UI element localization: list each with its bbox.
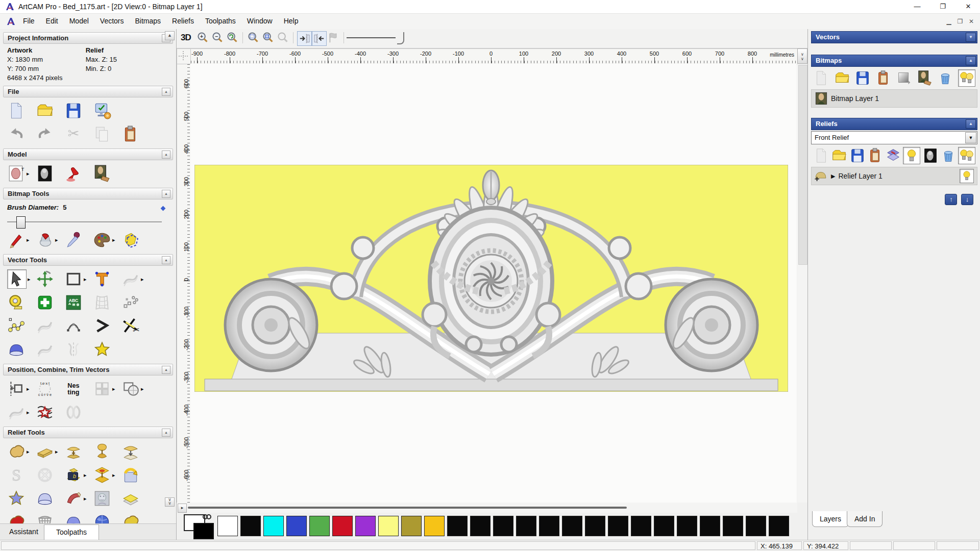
tab-add-in[interactable]: Add In — [847, 511, 883, 527]
distort-vectors-icon[interactable] — [36, 403, 54, 421]
zoom-out-button[interactable]: − — [211, 31, 225, 45]
create-plane-icon[interactable] — [36, 442, 54, 461]
palette-swatch[interactable] — [677, 516, 697, 536]
menu-edit[interactable]: Edit — [40, 14, 64, 29]
join-vectors-icon[interactable] — [7, 403, 26, 421]
bitmap-to-vector-icon[interactable] — [121, 231, 140, 249]
mdi-close-button[interactable]: ✕ — [966, 16, 977, 27]
section-vector-tools[interactable]: Vector Tools ▲ — [3, 254, 173, 266]
collapse-icon[interactable]: ▲ — [966, 56, 976, 65]
zoom-previous-button[interactable] — [226, 31, 239, 45]
set-model-size-icon[interactable]: T — [7, 164, 26, 183]
rollup-icon[interactable]: ▲ — [162, 88, 170, 96]
expand-arrow-icon[interactable]: ▶ — [831, 173, 835, 180]
model-options-icon[interactable] — [93, 102, 111, 120]
zoom-rectangle-button[interactable] — [247, 31, 260, 45]
toggle-all-reliefs-icon[interactable] — [958, 147, 975, 164]
emboss-relief-icon[interactable] — [93, 489, 111, 508]
rollup-icon[interactable]: ▲ — [162, 190, 170, 198]
rollup-icon[interactable]: ▲ — [162, 256, 170, 264]
texture-relief-icon[interactable] — [7, 489, 26, 508]
create-text-icon[interactable] — [93, 270, 111, 288]
save-model-icon[interactable] — [64, 102, 83, 120]
insert-node-icon[interactable] — [93, 317, 111, 335]
palette-swatch[interactable] — [447, 516, 468, 536]
nesting-icon[interactable]: Nesting — [64, 380, 83, 398]
tab-assistant[interactable]: Assistant — [2, 524, 45, 539]
copy-icon[interactable] — [93, 125, 111, 143]
mirror-vectors-icon[interactable] — [64, 340, 83, 359]
collapse-icon[interactable]: ▼ — [966, 33, 976, 42]
delete-relief-layer-icon[interactable] — [940, 147, 957, 164]
relief-from-image-icon[interactable]: b — [64, 466, 83, 484]
palette-swatch[interactable] — [539, 516, 559, 536]
flyout-arrow-icon[interactable]: ▸ — [55, 448, 60, 455]
wrap-relief-icon[interactable] — [121, 466, 140, 484]
close-button[interactable]: ✕ — [957, 0, 980, 13]
minimize-button[interactable]: — — [905, 0, 929, 13]
palette-swatch[interactable] — [562, 516, 582, 536]
palette-swatch[interactable] — [723, 516, 743, 536]
load-image-icon[interactable] — [93, 164, 111, 183]
flyout-arrow-icon[interactable]: ▸ — [84, 276, 89, 283]
transform-vectors-icon[interactable] — [36, 270, 54, 288]
greyscale-layer-icon[interactable] — [896, 70, 912, 86]
snap-toggle-right-button[interactable] — [312, 31, 327, 46]
vertical-scrollbar[interactable] — [797, 64, 807, 503]
mdi-restore-button[interactable]: ❐ — [954, 16, 966, 27]
section-model[interactable]: Model ▲ — [3, 148, 173, 160]
text-block-icon[interactable]: ABC — [64, 293, 83, 312]
offset-relief-icon[interactable] — [93, 466, 111, 484]
restore-button[interactable]: ❐ — [931, 0, 954, 13]
flyout-arrow-icon[interactable]: ▸ — [112, 386, 117, 392]
palette-swatch[interactable] — [263, 516, 284, 536]
vector-doctor-icon[interactable] — [36, 293, 54, 312]
palette-swatch[interactable] — [654, 516, 674, 536]
horizontal-scrollbar[interactable]: ▸ — [177, 503, 797, 513]
slider-thumb[interactable] — [16, 216, 26, 229]
menu-file[interactable]: File — [17, 14, 40, 29]
layer-from-image-icon[interactable] — [917, 70, 933, 86]
weld-vectors-icon[interactable] — [121, 380, 140, 398]
paint-tool-icon[interactable] — [7, 231, 26, 249]
fit-curve-icon[interactable] — [36, 340, 54, 359]
palette-swatch[interactable] — [286, 516, 307, 536]
palette-swatch[interactable] — [217, 516, 238, 536]
rollup-icon[interactable]: ▲ — [162, 366, 170, 374]
menu-vectors[interactable]: Vectors — [94, 14, 130, 29]
colour-palette-icon[interactable] — [93, 231, 111, 249]
menu-window[interactable]: Window — [241, 14, 278, 29]
flyout-arrow-icon[interactable]: ▸ — [112, 237, 117, 243]
flyout-arrow-icon[interactable]: ▸ — [27, 237, 32, 243]
extrude-icon[interactable] — [64, 489, 83, 508]
palette-swatch[interactable] — [746, 516, 766, 536]
model-view[interactable] — [190, 64, 797, 503]
layer-visibility-icon[interactable] — [903, 147, 920, 164]
section-project-information[interactable]: Project Information ▲ — [3, 32, 173, 44]
greyscale-relief-icon[interactable] — [922, 147, 939, 164]
brush-diameter-slider[interactable] — [7, 216, 169, 228]
section-file[interactable]: File ▲ — [3, 86, 173, 97]
block-copy-icon[interactable] — [93, 380, 111, 398]
palette-swatch[interactable] — [700, 516, 720, 536]
ruler-origin-box[interactable] — [177, 48, 191, 65]
create-star-icon[interactable] — [93, 340, 111, 359]
secondary-colour[interactable] — [193, 523, 214, 539]
palette-swatch[interactable] — [240, 516, 261, 536]
relief-layers-icon[interactable] — [121, 489, 140, 508]
flyout-arrow-icon[interactable]: ▸ — [27, 409, 32, 416]
new-model-icon[interactable] — [7, 102, 26, 120]
line-width-preview[interactable] — [347, 37, 396, 38]
section-relief-tools[interactable]: Relief Tools ▲ — [3, 427, 173, 438]
flyout-arrow-icon[interactable]: ▸ — [27, 386, 32, 392]
lighting-icon[interactable] — [64, 164, 83, 183]
pick-colour-icon[interactable] — [64, 231, 83, 249]
palette-swatch[interactable] — [585, 516, 605, 536]
flyout-arrow-icon[interactable]: ▸ — [27, 448, 32, 455]
select-vectors-icon[interactable] — [7, 269, 27, 289]
toggle-3d-view-button[interactable]: 3D — [181, 33, 191, 43]
collapse-icon[interactable]: ▲ — [966, 119, 976, 129]
paste-bitmap-icon[interactable] — [875, 70, 892, 86]
rollup-icon[interactable]: ▲ — [162, 429, 170, 437]
palette-swatch[interactable] — [309, 516, 330, 536]
